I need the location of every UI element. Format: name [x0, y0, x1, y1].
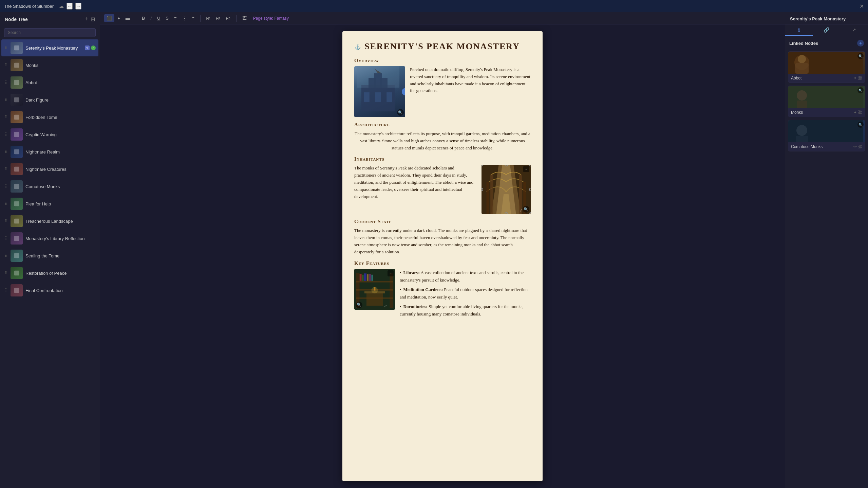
back-button[interactable]: ←	[67, 3, 73, 10]
current-state-text: The monastery is currently under a dark …	[354, 227, 531, 255]
key-features-image: ≡ 🔍 ⤢	[354, 269, 395, 310]
comatose-thumb-svg	[788, 120, 863, 142]
toolbar-sep-1	[136, 15, 136, 22]
sidebar-item-dark-figure[interactable]: ⠿Dark Figure	[1, 91, 98, 108]
toolbar-image-btn[interactable]: 🖼	[240, 14, 249, 22]
toolbar-strike-btn[interactable]: S	[163, 14, 171, 22]
abbot-search-btn[interactable]: 🔍	[857, 53, 864, 59]
drag-handle-forbidden-tome[interactable]: ⠿	[5, 115, 8, 120]
tab-link[interactable]: 🔗	[813, 24, 840, 36]
node-label-monks: Monks	[25, 63, 96, 68]
sidebar-item-cryptic-warning[interactable]: ⠿Cryptic Warning	[1, 126, 98, 143]
sidebar-item-abbot[interactable]: ⠿Abbot	[1, 74, 98, 91]
linked-node-abbot-actions: ✦ ⛓	[853, 76, 862, 80]
section-heading-architecture: Architecture	[354, 122, 531, 128]
search-input[interactable]	[4, 28, 96, 37]
key-features-img-zoom[interactable]: 🔍	[356, 302, 362, 308]
drag-handle-treacherous-landscape[interactable]: ⠿	[5, 219, 8, 223]
drag-handle-abbot[interactable]: ⠿	[5, 80, 8, 85]
sidebar-menu-button[interactable]: ⊞	[91, 16, 95, 23]
tab-info[interactable]: ℹ	[785, 24, 813, 36]
comatose-search-btn[interactable]: 🔍	[857, 122, 864, 128]
abbot-action-star[interactable]: ✦	[853, 76, 857, 80]
sidebar-item-serenity[interactable]: ⠿Serenity's Peak Monastery✎✓	[1, 39, 98, 56]
drag-handle-nightmare-realm[interactable]: ⠿	[5, 149, 8, 154]
drag-handle-restoration[interactable]: ⠿	[5, 271, 8, 275]
svg-rect-1	[14, 63, 19, 68]
toolbar-h2-btn[interactable]: H2	[214, 15, 223, 22]
sidebar-item-forbidden-tome[interactable]: ⠿Forbidden Tome	[1, 109, 98, 126]
svg-rect-5	[14, 132, 19, 137]
abbot-thumb-svg	[788, 52, 863, 74]
drag-handle-dark-figure[interactable]: ⠿	[5, 97, 8, 102]
key-features-img-menu-btn[interactable]: ≡	[388, 270, 394, 276]
app-title: The Shadows of Slumber	[4, 4, 54, 9]
sidebar-item-monks[interactable]: ⠿Monks	[1, 57, 98, 74]
drag-handle-plea-for-help[interactable]: ⠿	[5, 201, 8, 206]
svg-rect-42	[369, 274, 371, 281]
toolbar-node-btn[interactable]: ⬛	[104, 14, 114, 22]
add-linked-node-button[interactable]: +	[857, 40, 864, 47]
inhabitants-image: ≡ 🔍 ⤢	[482, 165, 531, 214]
toolbar-ol-btn[interactable]: ⋮	[180, 14, 189, 22]
node-thumb-nightmare-realm	[11, 146, 23, 158]
tab-share[interactable]: ↗	[841, 24, 868, 36]
sidebar-item-nightmare-creatures[interactable]: ⠿Nightmare Creatures	[1, 161, 98, 178]
linked-node-monks: 🔍 Monks ✦ ⛓	[788, 86, 865, 117]
monks-action-star[interactable]: ✦	[853, 110, 857, 115]
drag-handle-sealing-tome[interactable]: ⠿	[5, 253, 8, 258]
key-features-img-resize[interactable]: ⤢	[384, 304, 387, 308]
node-thumb-cryptic-warning	[11, 128, 23, 141]
abbot-action-link[interactable]: ⛓	[858, 76, 862, 80]
forward-button[interactable]: →	[75, 3, 81, 10]
inhabitants-block: The monks of Serenity's Peak are dedicat…	[354, 165, 531, 214]
svg-rect-28	[490, 175, 493, 214]
svg-rect-30	[487, 182, 489, 214]
toolbar-rect-btn[interactable]: ▬	[123, 14, 132, 22]
sidebar-item-sealing-tome[interactable]: ⠿Sealing the Tome	[1, 247, 98, 264]
toolbar-h1-btn[interactable]: H1	[204, 15, 213, 22]
toolbar-italic-btn[interactable]: I	[148, 14, 154, 22]
svg-rect-23	[357, 66, 399, 88]
drag-handle-serenity[interactable]: ⠿	[5, 46, 8, 50]
toolbar-circle-btn[interactable]: ●	[115, 14, 122, 22]
drag-handle-cryptic-warning[interactable]: ⠿	[5, 132, 8, 137]
toolbar-quote-btn[interactable]: ❝	[190, 14, 197, 22]
drag-handle-comatose-monks[interactable]: ⠿	[5, 184, 8, 189]
drag-handle-library-reflection[interactable]: ⠿	[5, 236, 8, 241]
add-node-button[interactable]: +	[85, 16, 89, 23]
overview-img-zoom[interactable]: 🔍	[397, 109, 404, 116]
svg-rect-52	[788, 52, 863, 74]
inhabitants-img-menu-btn[interactable]: ≡	[523, 166, 529, 172]
sidebar-item-treacherous-landscape[interactable]: ⠿Treacherous Landscape	[1, 213, 98, 230]
linked-node-abbot: 🔍 Abbot ✦ ⛓	[788, 51, 865, 83]
sidebar-item-plea-for-help[interactable]: ⠿Plea for Help	[1, 195, 98, 212]
sidebar-item-library-reflection[interactable]: ⠿Monastery's Library Reflection	[1, 230, 98, 247]
toolbar-list-btn[interactable]: ≡	[172, 14, 179, 22]
sidebar-item-restoration[interactable]: ⠿Restoration of Peace	[1, 265, 98, 282]
anchor-dot-right	[529, 188, 531, 191]
linked-node-comatose: 🔍 Comatose Monks ✏ ⛓	[788, 120, 865, 151]
document-area[interactable]: ⚓ Serenity's Peak Monastery Overview	[100, 24, 785, 488]
drag-handle-monks[interactable]: ⠿	[5, 63, 8, 68]
toolbar-underline-btn[interactable]: U	[155, 14, 163, 22]
sidebar-item-nightmare-realm[interactable]: ⠿Nightmare Realm	[1, 143, 98, 160]
close-button[interactable]: ✕	[860, 3, 864, 10]
toolbar-sep-2	[200, 15, 201, 22]
sidebar-title: Node Tree	[5, 17, 28, 22]
inhabitants-img-resize[interactable]: ⤢	[520, 208, 523, 213]
linked-node-monks-footer: Monks ✦ ⛓	[788, 108, 865, 117]
monks-action-link[interactable]: ⛓	[858, 110, 862, 115]
toolbar-node-type: ⬛ ● ▬	[104, 14, 132, 22]
ps-text: Page style:	[253, 16, 275, 21]
comatose-action-link[interactable]: ⛓	[858, 144, 862, 149]
comatose-action-pen[interactable]: ✏	[853, 144, 857, 149]
toolbar-bold-btn[interactable]: B	[139, 14, 147, 22]
monks-search-btn[interactable]: 🔍	[857, 87, 864, 93]
drag-handle-nightmare-creatures[interactable]: ⠿	[5, 167, 8, 171]
drag-handle-final-confrontation[interactable]: ⠿	[5, 288, 8, 293]
node-list: ⠿Serenity's Peak Monastery✎✓⠿Monks⠿Abbot…	[0, 39, 100, 488]
toolbar-h3-btn[interactable]: H3	[224, 15, 233, 22]
sidebar-item-final-confrontation[interactable]: ⠿Final Confrontation	[1, 282, 98, 299]
sidebar-item-comatose-monks[interactable]: ⠿Comatose Monks	[1, 178, 98, 195]
